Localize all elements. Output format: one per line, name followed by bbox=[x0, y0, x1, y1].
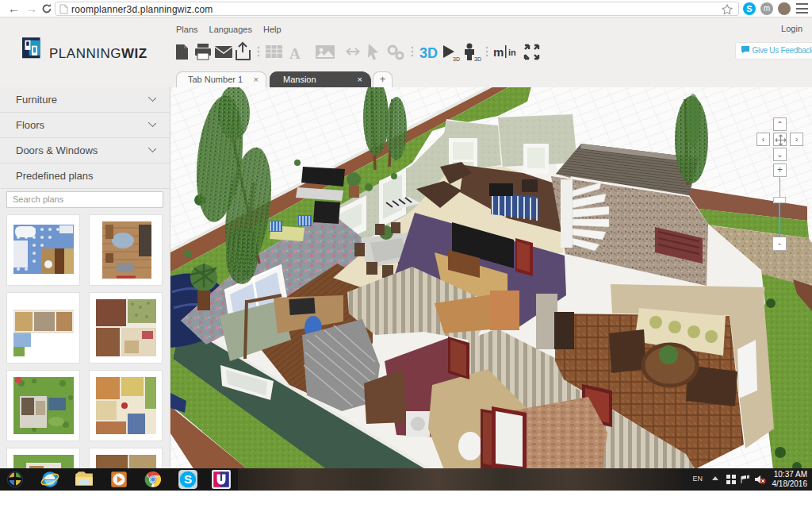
svg-text:m: m bbox=[493, 45, 504, 59]
svg-text:in: in bbox=[508, 48, 516, 57]
svg-text:A: A bbox=[289, 45, 301, 62]
svg-text:3D: 3D bbox=[453, 56, 460, 62]
svg-text:3D: 3D bbox=[474, 56, 481, 62]
svg-text:3D: 3D bbox=[419, 45, 438, 61]
svg-text:S: S bbox=[184, 472, 192, 486]
